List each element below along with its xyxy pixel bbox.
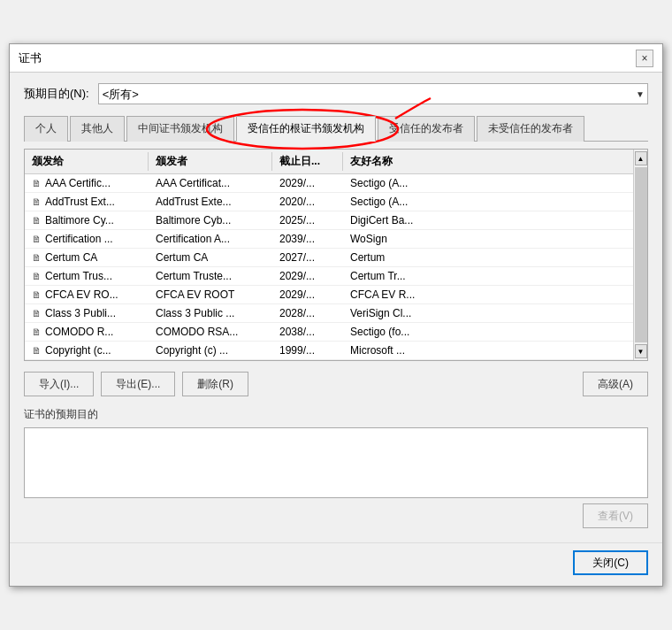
table-header: 颁发给 颁发者 截止日... 友好名称 [25,150,633,174]
view-btn-row: 查看(V) [24,503,648,528]
cell-issued-to: 🗎 AddTrust Ext... [25,193,149,211]
action-buttons-row: 导入(I)... 导出(E)... 删除(R) 高级(A) [24,372,648,396]
cert-icon: 🗎 [32,327,42,337]
close-row: 关闭(C) [10,542,662,586]
close-dialog-button[interactable]: 关闭(C) [573,550,648,575]
cell-issued-by: Baltimore Cyb... [149,211,272,229]
dialog-title: 证书 [19,50,42,66]
cell-issued-to: 🗎 Baltimore Cy... [25,211,149,229]
cert-purpose-section: 证书的预期目的 查看(V) [24,407,648,528]
cell-friendly-name: Certum Tr... [343,267,633,285]
cert-icon: 🗎 [32,234,42,244]
cell-issued-to: 🗎 Class 3 Publi... [25,304,149,322]
tabs-container: 个人 其他人 中间证书颁发机构 受信任的根证书颁发机构 受信任的发布者 未受信任… [24,111,648,142]
cert-purpose-box [24,427,648,498]
export-button[interactable]: 导出(E)... [101,372,175,396]
cell-issued-to: 🗎 COMODO R... [25,323,149,341]
cell-expiry: 2028/... [272,304,343,322]
import-button[interactable]: 导入(I)... [24,372,94,396]
cell-issued-to: 🗎 CFCA EV RO... [25,286,149,303]
table-row[interactable]: 🗎 Baltimore Cy... Baltimore Cyb... 2025/… [25,211,633,230]
col-friendly-name: 友好名称 [343,152,633,171]
cell-friendly-name: Microsoft ... [343,342,633,359]
table-row[interactable]: 🗎 Class 3 Publi... Class 3 Public ... 20… [25,304,633,323]
table-row[interactable]: 🗎 AddTrust Ext... AddTrust Exte... 2020/… [25,193,633,211]
cell-friendly-name: Certum [343,249,633,266]
cell-issued-to: 🗎 Certum Trus... [25,267,149,285]
view-button[interactable]: 查看(V) [583,503,648,528]
cell-expiry: 2039/... [272,230,343,248]
tab-intermediate[interactable]: 中间证书颁发机构 [126,116,234,142]
purpose-select[interactable]: <所有> [98,83,648,104]
purpose-label: 预期目的(N): [24,86,89,102]
cert-table-body: 🗎 AAA Certific... AAA Certificat... 2029… [25,174,633,360]
cell-friendly-name: WoSign [343,230,633,248]
cell-issued-by: CFCA EV ROOT [149,286,272,303]
col-issued-by: 颁发者 [149,152,272,171]
table-row[interactable]: 🗎 Copyright (c... Copyright (c) ... 1999… [25,342,633,360]
cert-icon: 🗎 [32,196,42,207]
tab-trusted-root[interactable]: 受信任的根证书颁发机构 [236,116,376,142]
tab-others[interactable]: 其他人 [70,116,125,142]
cell-expiry: 2029/... [272,286,343,303]
cell-issued-by: Certum Truste... [149,267,272,285]
cell-issued-by: Copyright (c) ... [149,342,272,359]
cell-issued-to: 🗎 Certification ... [25,230,149,248]
title-bar: 证书 × [10,44,662,73]
delete-button[interactable]: 删除(R) [182,372,248,396]
cell-friendly-name: Sectigo (fo... [343,323,633,341]
cell-issued-by: AAA Certificat... [149,174,272,192]
col-issued-to: 颁发给 [25,152,149,171]
cell-expiry: 2029/... [272,174,343,192]
cell-expiry: 2029/... [272,267,343,285]
cert-icon: 🗎 [32,308,42,319]
cell-issued-by: AddTrust Exte... [149,193,272,211]
table-row[interactable]: 🗎 Certum CA Certum CA 2027/... Certum [25,249,633,267]
cell-issued-to: 🗎 AAA Certific... [25,174,149,192]
table-row[interactable]: 🗎 Certification ... Certification A... 2… [25,230,633,249]
scroll-up-button[interactable]: ▲ [635,151,647,165]
purpose-row: 预期目的(N): <所有> ▼ [24,83,648,104]
dialog-body: 预期目的(N): <所有> ▼ 个人 其他人 中间证书颁发机构 受信任的根证书颁… [10,73,662,539]
cell-expiry: 2025/... [272,211,343,229]
cert-icon: 🗎 [32,252,42,263]
scrollbar[interactable]: ▲ ▼ [633,150,647,360]
scroll-down-button[interactable]: ▼ [635,344,647,358]
cell-issued-by: Certification A... [149,230,272,248]
cell-expiry: 2027/... [272,249,343,266]
tab-untrusted-publisher[interactable]: 未受信任的发布者 [477,116,584,142]
cell-issued-by: Certum CA [149,249,272,266]
cell-expiry: 1999/... [272,342,343,359]
cell-issued-to: 🗎 Copyright (c... [25,342,149,359]
advanced-button[interactable]: 高级(A) [583,372,648,396]
cell-friendly-name: Sectigo (A... [343,174,633,192]
cell-friendly-name: DigiCert Ba... [343,211,633,229]
scroll-thumb[interactable] [635,167,647,342]
cert-purpose-label: 证书的预期目的 [24,407,648,422]
certificate-dialog: 证书 × 预期目的(N): <所有> ▼ 个人 其他人 中间证书颁发机构 受信任… [9,43,663,587]
table-row[interactable]: 🗎 CFCA EV RO... CFCA EV ROOT 2029/... CF… [25,286,633,304]
cell-issued-to: 🗎 Certum CA [25,249,149,266]
cell-issued-by: COMODO RSA... [149,323,272,341]
cell-issued-by: Class 3 Public ... [149,304,272,322]
cell-expiry: 2038/... [272,323,343,341]
title-close-button[interactable]: × [636,50,653,67]
col-expiry: 截止日... [272,152,343,171]
table-inner: 颁发给 颁发者 截止日... 友好名称 🗎 AAA Certific... AA… [25,150,633,360]
table-row[interactable]: 🗎 COMODO R... COMODO RSA... 2038/... Sec… [25,323,633,342]
cert-icon: 🗎 [32,345,42,356]
cell-friendly-name: CFCA EV R... [343,286,633,303]
cert-table: 颁发给 颁发者 截止日... 友好名称 🗎 AAA Certific... AA… [24,149,648,361]
table-row[interactable]: 🗎 Certum Trus... Certum Truste... 2029/.… [25,267,633,286]
cert-icon: 🗎 [32,289,42,300]
cell-friendly-name: Sectigo (A... [343,193,633,211]
cert-icon: 🗎 [32,215,42,226]
tab-trusted-publisher[interactable]: 受信任的发布者 [378,116,475,142]
cell-friendly-name: VeriSign Cl... [343,304,633,322]
purpose-select-wrapper: <所有> ▼ [98,83,648,104]
cert-icon: 🗎 [32,178,42,188]
table-row[interactable]: 🗎 AAA Certific... AAA Certificat... 2029… [25,174,633,193]
cert-icon: 🗎 [32,271,42,281]
cell-expiry: 2020/... [272,193,343,211]
tab-personal[interactable]: 个人 [24,116,68,142]
